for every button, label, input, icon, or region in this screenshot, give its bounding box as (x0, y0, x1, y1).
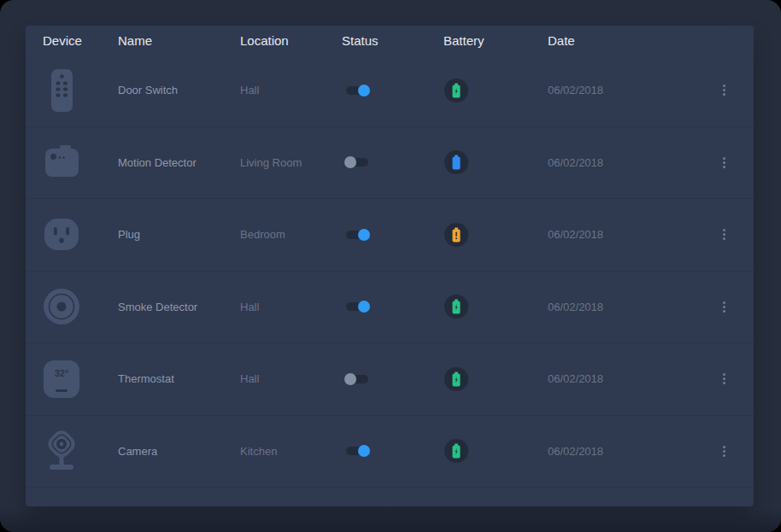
camera-icon (43, 427, 80, 475)
device-name: Smoke Detector (118, 301, 240, 313)
battery-icon (451, 83, 461, 98)
status-toggle[interactable] (346, 375, 368, 383)
device-date: 06/02/2018 (548, 372, 694, 385)
device-location: Bedroom (240, 228, 342, 241)
device-name: Thermostat (118, 372, 240, 385)
status-cell (342, 302, 443, 311)
device-icon-cell (26, 427, 118, 475)
status-cell (342, 447, 443, 455)
device-icon-cell (26, 283, 118, 330)
device-icon-cell: 32° (26, 355, 118, 403)
battery-cell (443, 295, 548, 319)
device-location: Hall (240, 372, 342, 385)
battery-icon (451, 227, 461, 243)
battery-icon (451, 299, 461, 314)
status-toggle[interactable] (346, 86, 368, 95)
device-location: Living Room (240, 156, 342, 169)
battery-cell (443, 79, 548, 102)
column-header-battery: Battery (443, 33, 548, 48)
kebab-menu-icon[interactable] (719, 225, 729, 243)
column-header-date: Date (548, 33, 694, 48)
devices-table: Device Name Location Status Battery Date… (26, 26, 754, 506)
device-name: Plug (118, 228, 240, 241)
battery-cell (443, 150, 548, 174)
device-location: Kitchen (240, 445, 342, 458)
kebab-menu-icon[interactable] (719, 370, 729, 388)
status-toggle[interactable] (346, 158, 368, 167)
battery-indicator (444, 439, 468, 463)
battery-icon (451, 155, 461, 170)
column-header-location: Location (240, 33, 342, 48)
battery-indicator (444, 223, 468, 247)
device-name: Door Switch (118, 84, 240, 96)
status-cell (342, 86, 443, 95)
device-date: 06/02/2018 (548, 84, 694, 96)
battery-cell (443, 367, 548, 391)
device-date: 06/02/2018 (548, 156, 694, 169)
column-header-device: Device (26, 33, 118, 48)
status-toggle[interactable] (346, 302, 368, 311)
battery-indicator (444, 367, 468, 391)
menu-cell (694, 370, 754, 388)
battery-indicator (444, 295, 468, 319)
motion-detector-icon (43, 138, 80, 186)
battery-indicator (444, 150, 468, 174)
table-row: Smoke Detector Hall 06/02/2018 (26, 272, 754, 344)
device-name: Motion Detector (118, 156, 240, 169)
menu-cell (694, 81, 754, 99)
kebab-menu-icon[interactable] (719, 298, 729, 316)
menu-cell (694, 225, 754, 243)
kebab-menu-icon[interactable] (719, 442, 729, 460)
kebab-menu-icon[interactable] (719, 81, 729, 99)
toggle-knob (358, 445, 370, 457)
screenshot-root: Device Name Location Status Battery Date… (0, 0, 781, 532)
device-date: 06/02/2018 (548, 228, 694, 241)
device-date: 06/02/2018 (548, 445, 694, 458)
table-row: Door Switch Hall 06/02/2018 (26, 55, 754, 127)
toggle-knob (344, 373, 356, 385)
device-icon-cell (26, 138, 118, 186)
table-row: 32° Thermostat Hall 06/02/2018 (26, 343, 754, 416)
battery-cell (443, 223, 548, 247)
status-toggle[interactable] (346, 231, 368, 239)
device-location: Hall (240, 301, 342, 313)
remote-icon (43, 67, 80, 114)
column-header-status: Status (342, 33, 443, 48)
status-toggle[interactable] (346, 447, 368, 455)
column-header-name: Name (118, 33, 240, 48)
battery-indicator (444, 79, 468, 102)
smoke-detector-icon (43, 283, 80, 330)
toggle-knob (358, 85, 370, 96)
table-row: Plug Bedroom 06/02/2018 (26, 199, 754, 272)
device-date: 06/02/2018 (548, 301, 694, 313)
kebab-menu-icon[interactable] (719, 154, 729, 172)
table-row: Motion Detector Living Room 06/02/2018 (26, 127, 754, 200)
thermostat-temperature: 32° (55, 368, 69, 378)
toggle-knob (344, 156, 356, 168)
device-name: Camera (118, 445, 240, 458)
status-cell (342, 375, 443, 383)
plug-icon (43, 211, 80, 259)
toggle-knob (358, 229, 370, 241)
thermostat-icon: 32° (43, 355, 80, 403)
device-location: Hall (240, 84, 342, 96)
device-icon-cell (26, 211, 118, 259)
status-cell (342, 158, 443, 167)
battery-icon (451, 443, 461, 459)
app-window: Device Name Location Status Battery Date… (0, 0, 781, 532)
table-header: Device Name Location Status Battery Date (26, 26, 754, 55)
table-body: Door Switch Hall 06/02/2018 (26, 55, 754, 488)
menu-cell (694, 442, 754, 460)
status-cell (342, 231, 443, 239)
battery-icon (451, 371, 461, 387)
menu-cell (694, 154, 754, 172)
menu-cell (694, 298, 754, 316)
battery-cell (443, 439, 548, 463)
table-row: Camera Kitchen 06/02/2018 (26, 416, 754, 488)
toggle-knob (358, 301, 370, 313)
device-icon-cell (26, 67, 118, 114)
